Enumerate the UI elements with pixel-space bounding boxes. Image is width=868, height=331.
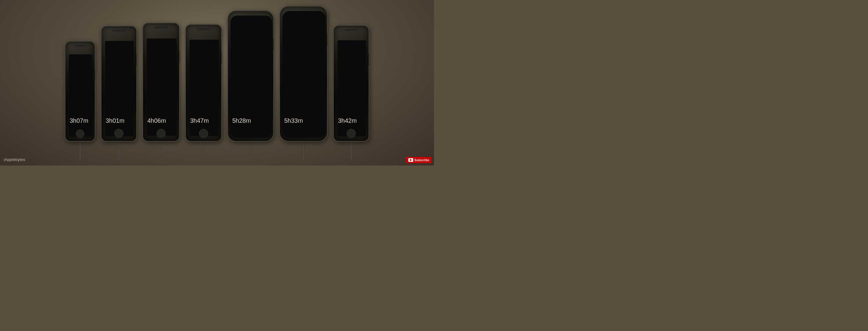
subscribe-button[interactable]: Subscribe [406, 157, 432, 163]
phone-home-iphone-se2020 [347, 129, 356, 138]
phone-earpiece-iphone-7 [154, 27, 168, 28]
phone-stand-iphone-se [79, 141, 81, 159]
phone-iphone-11: iPhone 115h33m [279, 6, 328, 159]
watermark: iApplebytes [4, 157, 25, 162]
side-button-iphone-8 [221, 52, 222, 64]
phone-earpiece-iphone-6s [113, 30, 125, 31]
side-button-iphone-6s [136, 54, 137, 66]
subscribe-label: Subscribe [414, 159, 429, 162]
phone-earpiece-iphone-se2020 [345, 29, 358, 31]
side-button-iphone-xr [273, 38, 274, 51]
side-button-iphone-se [95, 69, 96, 81]
phone-home-iphone-6s [114, 129, 123, 138]
phone-stand-iphone-se2020 [350, 141, 352, 159]
phone-body-iphone-xr: 5h28m [227, 10, 274, 142]
phones-container: iPhone SE3h07miPhone 6S3h01miPhone 74h06… [0, 6, 434, 166]
phone-notch-iphone-xr [243, 15, 258, 22]
side-button-iphone-7 [179, 51, 180, 63]
phone-iphone-se2020: iPhone SE20203h42m [333, 25, 369, 159]
phone-time-iphone-xr: 5h28m [232, 117, 251, 124]
phone-stand-iphone-6s [118, 141, 120, 159]
phone-iphone-7: iPhone 74h06m [143, 23, 180, 159]
phone-home-iphone-7 [156, 129, 166, 138]
phone-stand-iphone-7 [160, 141, 162, 159]
phone-body-iphone-6s: 3h01m [101, 26, 137, 142]
phone-notch-iphone-11 [296, 11, 311, 17]
phone-time-iphone-8: 3h47m [190, 117, 209, 124]
phone-body-iphone-8: 3h47m [185, 24, 222, 142]
phone-iphone-xr: iPhone XR5h28m [227, 10, 274, 159]
phone-time-iphone-6s: 3h01m [106, 117, 124, 124]
phone-body-iphone-11: 5h33m [279, 6, 328, 142]
phone-time-iphone-11: 5h33m [284, 117, 303, 124]
phone-body-iphone-se2020: 3h42m [333, 25, 369, 142]
phone-home-iphone-se [76, 129, 84, 138]
phone-time-iphone-7: 4h06m [147, 117, 166, 124]
phone-stand-iphone-11 [303, 141, 304, 159]
side-button-iphone-11 [327, 34, 328, 46]
phone-screen-iphone-se [69, 54, 93, 137]
phone-stand-iphone-xr [250, 141, 251, 159]
phone-home-iphone-8 [199, 129, 208, 138]
phone-body-iphone-7: 4h06m [143, 23, 180, 142]
phone-time-iphone-se: 3h07m [70, 117, 88, 124]
phone-iphone-8: iPhone 83h47m [185, 24, 222, 159]
phone-stand-iphone-8 [203, 141, 205, 159]
play-triangle [410, 159, 412, 161]
phone-iphone-se: iPhone SE3h07m [65, 41, 95, 159]
phone-iphone-6s: iPhone 6S3h01m [101, 26, 137, 159]
phone-earpiece-iphone-se [75, 45, 86, 47]
phone-earpiece-iphone-8 [197, 28, 210, 30]
youtube-icon [408, 158, 413, 162]
phone-time-iphone-se2020: 3h42m [338, 117, 357, 124]
phone-body-iphone-se: 3h07m [65, 41, 95, 142]
side-button-iphone-se2020 [369, 53, 370, 65]
